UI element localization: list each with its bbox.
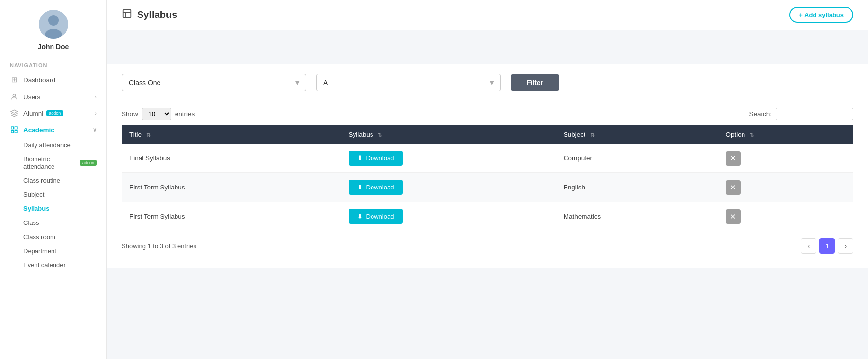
svg-rect-6 — [11, 130, 14, 133]
academic-icon — [10, 126, 18, 134]
sidebar-username: John Doe — [38, 43, 69, 51]
sidebar-sub-item-syllabus[interactable]: Syllabus — [0, 202, 106, 216]
sidebar-sub-item-department[interactable]: Department — [0, 244, 106, 258]
download-button-1[interactable]: ⬇ Download — [349, 180, 403, 195]
sidebar-item-dashboard[interactable]: ⊞ Dashboard — [0, 71, 106, 88]
svg-rect-7 — [15, 130, 17, 133]
download-icon: ⬇ — [357, 213, 363, 220]
sort-icon-title: ⇅ — [146, 132, 151, 137]
chevron-down-icon: ∨ — [93, 127, 97, 133]
row-title: First Term Syllabus — [122, 173, 341, 202]
section-filter-select[interactable]: A B C — [316, 74, 501, 91]
sub-item-label: Daily attendance — [23, 141, 71, 149]
row-syllabus: ⬇ Download — [341, 144, 556, 173]
entries-select[interactable]: 10 25 50 100 — [142, 108, 171, 120]
row-option: ✕ — [718, 173, 853, 202]
svg-point-3 — [13, 94, 15, 97]
table-controls: Show 10 25 50 100 entries Search: — [122, 101, 853, 125]
search-label: Search: — [749, 110, 772, 118]
sub-item-label: Biometric attendance — [23, 155, 74, 170]
sidebar-item-label: Dashboard — [23, 76, 55, 84]
sidebar-item-label: Alumni — [23, 110, 43, 117]
svg-rect-8 — [123, 10, 131, 18]
table-row: First Term Syllabus ⬇ Download English ✕ — [122, 173, 853, 202]
table-row: Final Syllabus ⬇ Download Computer ✕ — [122, 144, 853, 173]
page-title: Syllabus — [137, 9, 177, 20]
row-subject: English — [556, 173, 718, 202]
row-syllabus: ⬇ Download — [341, 202, 556, 231]
row-subject: Mathematics — [556, 202, 718, 231]
row-title: Final Syllabus — [122, 144, 341, 173]
delete-button-0[interactable]: ✕ — [726, 151, 741, 166]
svg-rect-5 — [15, 127, 17, 129]
search-input[interactable] — [776, 108, 853, 120]
sort-icon-subject: ⇅ — [590, 132, 595, 137]
table-footer: Showing 1 to 3 of 3 entries ‹ 1 › — [122, 231, 853, 254]
sidebar: John Doe NAVIGATION ⊞ Dashboard Users › … — [0, 0, 107, 359]
chevron-right-icon: › — [95, 110, 97, 116]
table-footer-text: Showing 1 to 3 of 3 entries — [122, 242, 196, 250]
sidebar-sub-item-daily-attendance[interactable]: Daily attendance — [0, 138, 106, 152]
dashboard-icon: ⊞ — [10, 75, 18, 84]
row-option: ✕ — [718, 202, 853, 231]
alumni-icon — [10, 109, 18, 117]
sub-item-label: Department — [23, 247, 56, 255]
svg-point-1 — [48, 15, 59, 26]
show-entries-wrap: Show 10 25 50 100 entries — [122, 108, 195, 120]
sub-item-label: Class — [23, 219, 39, 226]
sidebar-sub-item-subject[interactable]: Subject — [0, 188, 106, 202]
table-header-row: Title ⇅ Syllabus ⇅ Subject ⇅ Option — [122, 125, 853, 144]
row-syllabus: ⬇ Download — [341, 173, 556, 202]
table-section: Show 10 25 50 100 entries Search: — [107, 101, 868, 268]
add-syllabus-button[interactable]: + Add syllabus — [789, 7, 853, 23]
sidebar-item-users[interactable]: Users › — [0, 88, 106, 105]
sidebar-sub-item-event-calender[interactable]: Event calender — [0, 258, 106, 272]
pagination-next[interactable]: › — [838, 238, 853, 254]
col-subject: Subject ⇅ — [556, 125, 718, 144]
sidebar-sub-item-class-routine[interactable]: Class routine — [0, 173, 106, 188]
syllabus-table: Title ⇅ Syllabus ⇅ Subject ⇅ Option — [122, 125, 853, 231]
filter-button[interactable]: Filter — [511, 74, 559, 91]
chevron-right-icon: › — [95, 94, 97, 100]
sidebar-item-label: Academic — [23, 126, 54, 134]
sidebar-sub-item-classroom[interactable]: Class room — [0, 230, 106, 244]
sidebar-sub-item-biometric-attendance[interactable]: Biometric attendance addon — [0, 152, 106, 173]
sort-icon-syllabus: ⇅ — [378, 132, 382, 137]
content-area: Class One Class Two Class Three ▼ A B C … — [107, 30, 868, 359]
row-subject: Computer — [556, 144, 718, 173]
nav-label: NAVIGATION — [0, 59, 106, 71]
svg-rect-4 — [11, 127, 14, 129]
download-icon: ⬇ — [357, 184, 363, 191]
col-syllabus: Syllabus ⇅ — [341, 125, 556, 144]
sub-item-label: Syllabus — [23, 205, 49, 212]
pagination-prev[interactable]: ‹ — [801, 238, 816, 254]
class-filter-wrap: Class One Class Two Class Three ▼ — [122, 74, 306, 91]
sidebar-item-alumni[interactable]: Alumni addon › — [0, 105, 106, 121]
class-filter-select[interactable]: Class One Class Two Class Three — [122, 74, 306, 91]
sidebar-sub-item-class[interactable]: Class — [0, 216, 106, 230]
sub-item-label: Event calender — [23, 261, 66, 269]
download-button-2[interactable]: ⬇ Download — [349, 209, 403, 224]
delete-button-2[interactable]: ✕ — [726, 209, 741, 224]
table-row: First Term Syllabus ⬇ Download Mathemati… — [122, 202, 853, 231]
avatar — [39, 10, 68, 39]
syllabus-icon — [122, 8, 132, 21]
download-icon: ⬇ — [357, 154, 363, 162]
sidebar-item-academic[interactable]: Academic ∨ — [0, 121, 106, 138]
annotation-area — [107, 30, 868, 64]
download-button-0[interactable]: ⬇ Download — [349, 151, 403, 166]
users-icon — [10, 93, 18, 101]
show-label: Show — [122, 110, 138, 118]
sub-item-label: Class routine — [23, 177, 60, 184]
page-header: Syllabus + Add syllabus — [107, 0, 868, 30]
pagination-page-1[interactable]: 1 — [819, 238, 835, 254]
entries-label: entries — [175, 110, 195, 118]
row-option: ✕ — [718, 144, 853, 173]
delete-button-1[interactable]: ✕ — [726, 180, 741, 195]
filter-section: Class One Class Two Class Three ▼ A B C … — [107, 64, 868, 101]
search-wrap: Search: — [749, 108, 853, 120]
page-title-wrap: Syllabus — [122, 8, 177, 21]
red-arrow-annotation — [747, 30, 825, 40]
biometric-badge: addon — [80, 160, 97, 166]
pagination: ‹ 1 › — [801, 238, 853, 254]
